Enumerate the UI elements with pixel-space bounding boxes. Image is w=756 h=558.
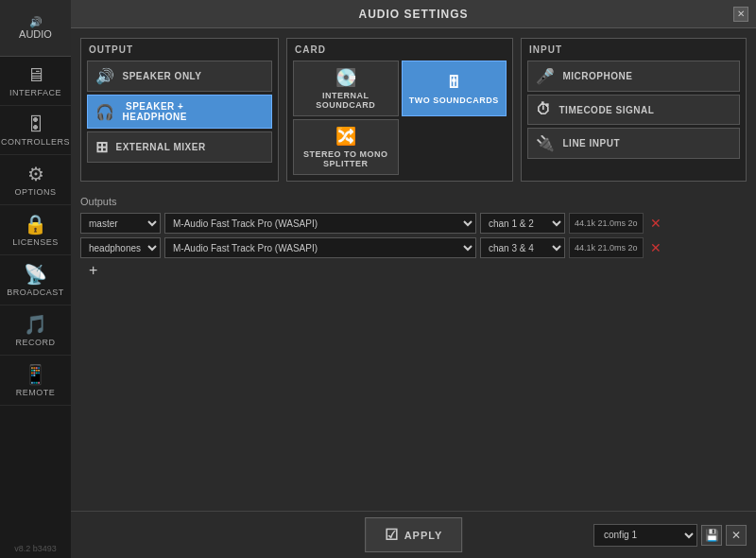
internal-soundcard-label: INTERNALSOUNDCARD (316, 91, 375, 110)
bottom-bar: ☑ APPLY config 1 config 2 config 3 💾 ✕ (71, 511, 756, 558)
titlebar: AUDIO SETTINGS ✕ (71, 0, 756, 28)
outputs-label: Outputs (80, 196, 747, 207)
config-select[interactable]: config 1 config 2 config 3 (593, 524, 697, 547)
sidebar-item-interface[interactable]: 🖥 INTERFACE (0, 57, 71, 106)
output-row-2: master headphones M-Audio Fast Track Pro… (80, 237, 747, 258)
config-close-icon: ✕ (731, 529, 741, 542)
output-type-select-1[interactable]: master headphones (80, 213, 161, 234)
output-remove-2[interactable]: ✕ (647, 240, 664, 255)
window-title: AUDIO SETTINGS (358, 8, 468, 21)
record-icon: 🎵 (24, 313, 47, 336)
microphone-label: MICROPHONE (563, 71, 633, 81)
apply-button[interactable]: ☑ APPLY (365, 517, 463, 552)
timecode-button[interactable]: ⏱ TIMECODE SIGNAL (527, 95, 740, 125)
broadcast-label: BROADCAST (7, 288, 64, 297)
close-button[interactable]: ✕ (733, 7, 748, 22)
speaker-only-button[interactable]: 🔊 SPEAKER ONLY (87, 61, 272, 92)
sidebar-item-remote[interactable]: 📱 REMOTE (0, 356, 71, 406)
licenses-label: LICENSES (12, 237, 59, 247)
headphone-icon: 🎧 (95, 103, 115, 121)
line-input-button[interactable]: 🔌 LINE INPUT (527, 128, 740, 159)
sidebar: 🔊 AUDIO 🖥 INTERFACE 🎛 CONTROLLERS ⚙ OPTI… (0, 0, 71, 558)
output-section: OUTPUT 🔊 SPEAKER ONLY 🎧 SPEAKER +HEADPHO… (80, 38, 279, 182)
interface-label: INTERFACE (9, 88, 61, 97)
input-section-label: INPUT (527, 44, 740, 55)
sidebar-item-broadcast[interactable]: 📡 BROADCAST (0, 255, 71, 305)
external-mixer-label: EXTERNAL MIXER (116, 142, 206, 152)
card-section: CARD 💽 INTERNALSOUNDCARD 🎚 TWO SOUNDCARD… (286, 38, 513, 182)
sidebar-audio-top[interactable]: 🔊 AUDIO (0, 0, 71, 57)
remote-label: REMOTE (16, 388, 56, 397)
two-soundcards-label: TWO SOUNDCARDS (409, 96, 499, 105)
config-area: config 1 config 2 config 3 💾 ✕ (593, 524, 747, 547)
sections-row: OUTPUT 🔊 SPEAKER ONLY 🎧 SPEAKER +HEADPHO… (71, 28, 756, 191)
controllers-icon: 🎛 (26, 113, 45, 135)
speaker-headphone-label: SPEAKER +HEADPHONE (123, 101, 187, 122)
internal-soundcard-button[interactable]: 💽 INTERNALSOUNDCARD (293, 61, 399, 116)
output-device-select-1[interactable]: M-Audio Fast Track Pro (WASAPI) (164, 213, 476, 234)
apply-label: APPLY (404, 530, 443, 541)
apply-check-icon: ☑ (385, 526, 399, 544)
audio-label: AUDIO (19, 28, 52, 40)
outputs-area: Outputs master headphones M-Audio Fast T… (71, 191, 756, 288)
stereo-mono-icon: 🔀 (335, 126, 357, 147)
mixer-icon: ⊞ (95, 138, 109, 156)
input-section: INPUT 🎤 MICROPHONE ⏱ TIMECODE SIGNAL 🔌 L… (521, 38, 747, 182)
output-section-label: OUTPUT (87, 44, 272, 55)
stereo-mono-label: STEREO TO MONOSPLITTER (303, 149, 387, 168)
internal-soundcard-icon: 💽 (335, 67, 357, 88)
line-input-label: LINE INPUT (563, 138, 621, 148)
output-status-1: 44.1k 21.0ms 2o (569, 213, 644, 234)
config-close-button[interactable]: ✕ (726, 525, 747, 546)
output-status-2: 44.1k 21.0ms 2o (569, 237, 644, 258)
microphone-icon: 🎤 (536, 67, 556, 85)
audio-icon: 🔊 (29, 16, 43, 28)
output-device-select-2[interactable]: M-Audio Fast Track Pro (WASAPI) (164, 237, 476, 258)
sidebar-item-controllers[interactable]: 🎛 CONTROLLERS (0, 106, 71, 155)
output-row-1: master headphones M-Audio Fast Track Pro… (80, 213, 747, 234)
licenses-icon: 🔒 (24, 213, 47, 235)
output-channel-select-1[interactable]: chan 1 & 2 chan 3 & 4 (480, 213, 565, 234)
interface-icon: 🖥 (26, 64, 45, 86)
speaker-only-label: SPEAKER ONLY (123, 71, 202, 81)
speaker-headphone-button[interactable]: 🎧 SPEAKER +HEADPHONE (87, 95, 272, 129)
remote-icon: 📱 (24, 363, 47, 386)
card-grid: 💽 INTERNALSOUNDCARD 🎚 TWO SOUNDCARDS 🔀 S… (293, 61, 507, 175)
broadcast-icon: 📡 (24, 263, 47, 286)
two-soundcards-icon: 🎚 (445, 73, 463, 93)
add-output-button[interactable]: + (84, 260, 102, 280)
card-section-label: CARD (293, 44, 507, 55)
timecode-label: TIMECODE SIGNAL (559, 105, 655, 115)
options-label: OPTIONS (14, 187, 56, 197)
controllers-label: CONTROLLERS (1, 137, 70, 147)
main-content: AUDIO SETTINGS ✕ OUTPUT 🔊 SPEAKER ONLY 🎧… (71, 0, 756, 558)
external-mixer-button[interactable]: ⊞ EXTERNAL MIXER (87, 131, 272, 163)
sidebar-item-record[interactable]: 🎵 RECORD (0, 305, 71, 356)
save-icon: 💾 (705, 529, 719, 542)
record-label: RECORD (15, 338, 55, 347)
output-type-select-2[interactable]: master headphones (80, 237, 161, 258)
options-icon: ⚙ (27, 163, 44, 185)
stereo-mono-button[interactable]: 🔀 STEREO TO MONOSPLITTER (293, 119, 399, 175)
sidebar-item-options[interactable]: ⚙ OPTIONS (0, 155, 71, 205)
output-remove-1[interactable]: ✕ (647, 216, 664, 231)
timecode-icon: ⏱ (536, 101, 552, 118)
line-input-icon: 🔌 (536, 134, 556, 152)
speaker-icon: 🔊 (95, 67, 115, 85)
two-soundcards-button[interactable]: 🎚 TWO SOUNDCARDS (402, 61, 507, 116)
output-channel-select-2[interactable]: chan 1 & 2 chan 3 & 4 (480, 237, 565, 258)
version-label: v8.2 b3493 (0, 544, 71, 553)
config-save-button[interactable]: 💾 (701, 525, 722, 546)
sidebar-item-licenses[interactable]: 🔒 LICENSES (0, 205, 71, 255)
microphone-button[interactable]: 🎤 MICROPHONE (527, 61, 740, 92)
